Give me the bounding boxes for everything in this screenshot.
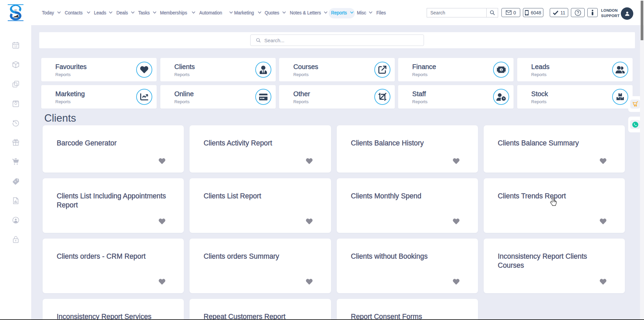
svg-text:1: 1: [500, 68, 502, 71]
svg-text:12: 12: [14, 45, 17, 48]
